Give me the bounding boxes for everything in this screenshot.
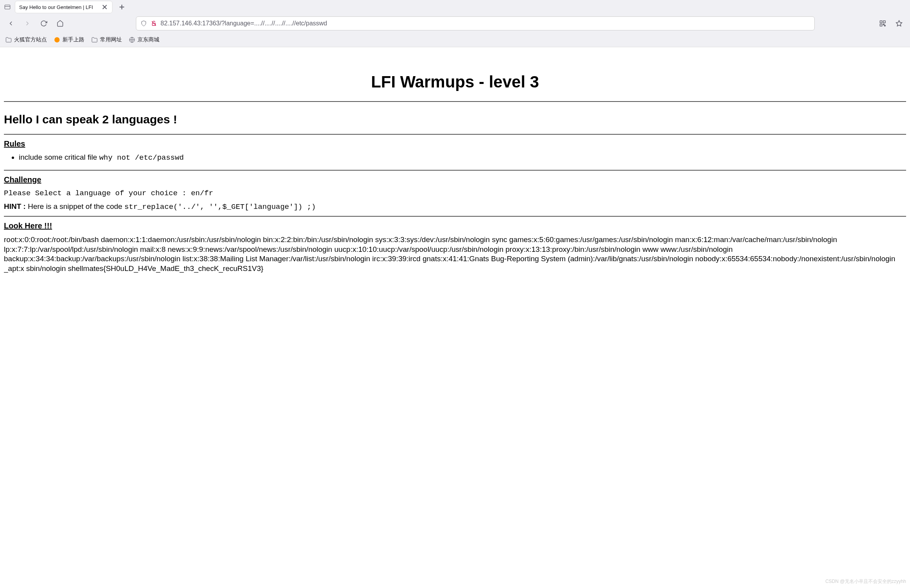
divider [4,216,906,217]
tab-bar: Say Hello to our Gentelmen | LFI [0,0,910,14]
lookhere-heading: Look Here !!! [4,221,906,230]
url-bar[interactable] [136,16,815,30]
bookmark-item-getstarted[interactable]: 新手上路 [54,36,84,43]
svg-rect-12 [885,25,885,26]
svg-point-14 [54,37,59,42]
challenge-prompt: Please Select a language of your choice … [4,189,906,198]
forward-button[interactable] [20,16,34,30]
shield-icon [140,20,147,27]
hint-line: HINT : Here is a snippet of the code str… [4,202,906,211]
bookmark-label: 常用网址 [100,36,122,43]
passwd-dump: root:x:0:0:root:/root:/bin/bash daemon:x… [4,235,906,296]
qr-code-button[interactable] [876,16,890,30]
new-tab-button[interactable] [116,1,128,13]
svg-rect-0 [5,5,10,9]
insecure-lock-icon [150,20,157,27]
svg-rect-8 [880,21,882,23]
svg-rect-10 [880,24,882,26]
divider [4,101,906,102]
bookmark-bar: 火狐官方站点 新手上路 常用网址 京东商城 [0,33,910,47]
tab-title: Say Hello to our Gentelmen | LFI [19,4,98,10]
bookmark-item-common[interactable]: 常用网址 [91,36,122,43]
browser-tab[interactable]: Say Hello to our Gentelmen | LFI [15,1,112,13]
bookmark-item-official[interactable]: 火狐官方站点 [5,36,47,43]
bookmark-label: 京东商城 [137,36,159,43]
url-input[interactable] [161,20,810,27]
divider [4,134,906,135]
nav-bar [0,14,910,33]
svg-rect-11 [883,24,884,25]
bookmark-item-jd[interactable]: 京东商城 [129,36,159,43]
reload-button[interactable] [37,16,51,30]
bookmark-label: 火狐官方站点 [14,36,47,43]
svg-rect-9 [883,21,885,23]
rule-item: include some critical file why not /etc/… [19,153,906,162]
page-title: LFI Warmups - level 3 [4,73,906,91]
close-tab-button[interactable] [101,4,108,11]
divider [4,170,906,171]
tab-panel-button[interactable] [2,1,13,13]
back-button[interactable] [4,16,18,30]
rules-heading: Rules [4,139,906,148]
page-subtitle: Hello I can speak 2 languages ! [4,113,906,126]
page-content: LFI Warmups - level 3 Hello I can speak … [0,47,910,299]
home-button[interactable] [53,16,67,30]
svg-marker-13 [896,21,902,26]
bookmark-label: 新手上路 [62,36,84,43]
challenge-heading: Challenge [4,175,906,184]
bookmark-star-button[interactable] [892,16,906,30]
